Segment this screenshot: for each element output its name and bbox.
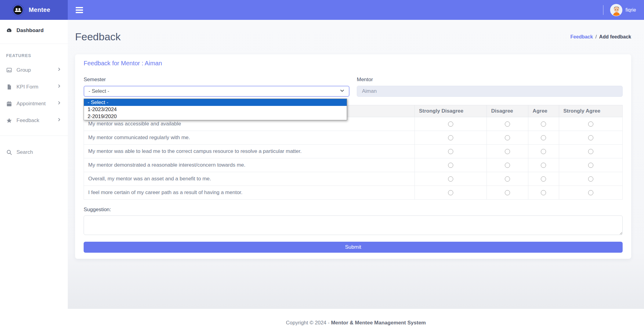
header-strongly-disagree: Strongly Disagree	[414, 105, 487, 117]
radio-disagree[interactable]	[505, 190, 510, 195]
question-cell: My mentor communicated regularly with me…	[84, 131, 415, 145]
sidebar: Dashboard FEATURES Group K	[0, 20, 68, 336]
radio-agree[interactable]	[541, 121, 546, 127]
header-disagree: Disagree	[487, 105, 528, 117]
question-cell: I feel more certain of my career path as…	[84, 186, 415, 200]
breadcrumb-separator: /	[595, 34, 597, 40]
mentee-logo-icon	[12, 4, 24, 16]
radio-disagree[interactable]	[505, 163, 510, 168]
radio-strongly-agree[interactable]	[588, 121, 593, 127]
footer-system-name: Mentor & Mentee Management System	[331, 320, 426, 326]
sidebar-item-dashboard[interactable]: Dashboard	[0, 24, 68, 37]
radio-agree[interactable]	[541, 190, 546, 195]
image-icon	[6, 67, 12, 73]
radio-disagree[interactable]	[505, 149, 510, 154]
radio-strongly-agree[interactable]	[588, 163, 593, 168]
question-cell: My mentor demonstrated a reasonable inte…	[84, 158, 415, 172]
radio-strongly-agree[interactable]	[588, 149, 593, 154]
radio-strongly-disagree[interactable]	[448, 121, 453, 127]
semester-field-group: Semester - Select - - Select - 1-2023/20…	[84, 77, 349, 97]
sidebar-divider	[0, 135, 68, 136]
sidebar-item-feedback[interactable]: Feedback	[0, 112, 68, 129]
card-title: Feedback for Mentor : Aiman	[84, 60, 623, 67]
breadcrumb-current: Add feedback	[599, 34, 631, 40]
sidebar-item-label: Feedback	[16, 117, 39, 124]
sidebar-item-label: Group	[16, 67, 31, 73]
chevron-right-icon	[57, 117, 62, 124]
dropdown-option-select[interactable]: - Select -	[84, 99, 347, 106]
semester-label: Semester	[84, 77, 349, 83]
semester-dropdown-list: - Select - 1-2023/2024 2-2019/2020	[84, 99, 347, 120]
semester-selected-value: - Select -	[89, 88, 109, 94]
header-agree: Agree	[528, 105, 559, 117]
radio-strongly-agree[interactable]	[588, 190, 593, 195]
sidebar-item-group[interactable]: Group	[0, 62, 68, 78]
table-row: My mentor was able to lead me to the cor…	[84, 145, 623, 158]
chevron-right-icon	[57, 100, 62, 107]
radio-strongly-disagree[interactable]	[448, 176, 453, 182]
radio-strongly-disagree[interactable]	[448, 149, 453, 154]
feedback-card: Feedback for Mentor : Aiman Semester - S…	[75, 54, 631, 259]
semester-select[interactable]: - Select -	[84, 86, 349, 97]
radio-disagree[interactable]	[505, 176, 510, 182]
mentor-label: Mentor	[357, 77, 623, 83]
content-area: Feedback Feedback / Add feedback Feedbac…	[68, 20, 644, 309]
brand-name: Mentee	[29, 6, 50, 13]
submit-button[interactable]: Submit	[84, 242, 623, 253]
sidebar-divider	[0, 44, 68, 44]
dashboard-gauge-icon	[6, 27, 12, 34]
table-row: My mentor demonstrated a reasonable inte…	[84, 158, 623, 172]
question-cell: My mentor was able to lead me to the cor…	[84, 145, 415, 158]
radio-strongly-disagree[interactable]	[448, 135, 453, 140]
sidebar-item-label: Search	[16, 149, 33, 155]
brand[interactable]: Mentee	[0, 0, 68, 20]
radio-agree[interactable]	[541, 163, 546, 168]
search-icon	[6, 149, 12, 155]
suggestion-textarea[interactable]	[84, 215, 623, 235]
sidebar-item-label: Dashboard	[16, 27, 44, 34]
star-icon	[6, 117, 12, 124]
radio-disagree[interactable]	[505, 135, 510, 140]
breadcrumb-link-feedback[interactable]: Feedback	[570, 34, 593, 40]
sidebar-item-search[interactable]: Search	[0, 144, 68, 161]
radio-strongly-agree[interactable]	[588, 135, 593, 140]
topbar: Mentee fiqrie	[0, 0, 644, 20]
page-title: Feedback	[75, 31, 121, 43]
question-cell: Overall, my mentor was an asset and a be…	[84, 172, 415, 186]
mentor-input	[357, 86, 623, 97]
calendar-icon	[6, 101, 12, 107]
radio-agree[interactable]	[541, 176, 546, 182]
breadcrumb: Feedback / Add feedback	[570, 34, 631, 40]
topbar-divider	[603, 5, 603, 15]
suggestion-label: Suggestion:	[84, 207, 623, 213]
sidebar-item-kpi-form[interactable]: KPI Form	[0, 78, 68, 95]
sidebar-item-label: KPI Form	[16, 84, 38, 90]
radio-strongly-agree[interactable]	[588, 176, 593, 182]
chevron-right-icon	[57, 67, 62, 73]
user-menu[interactable]: fiqrie	[610, 4, 636, 16]
chevron-down-icon	[340, 88, 345, 95]
sidebar-item-appointment[interactable]: Appointment	[0, 95, 68, 112]
chevron-right-icon	[57, 84, 62, 90]
sidebar-section-label: FEATURES	[0, 53, 68, 58]
dropdown-option-1-2023-2024[interactable]: 1-2023/2024	[84, 106, 347, 113]
dropdown-option-2-2019-2020[interactable]: 2-2019/2020	[84, 113, 347, 120]
file-icon	[6, 84, 12, 90]
topbar-main: fiqrie	[68, 0, 644, 20]
radio-agree[interactable]	[541, 149, 546, 154]
user-name: fiqrie	[625, 7, 636, 13]
mentor-field-group: Mentor	[357, 77, 623, 97]
header-strongly-agree: Strongly Agree	[559, 105, 622, 117]
table-row: Overall, my mentor was an asset and a be…	[84, 172, 623, 186]
radio-strongly-disagree[interactable]	[448, 163, 453, 168]
table-row: I feel more certain of my career path as…	[84, 186, 623, 200]
copyright-text: Copyright © 2024 -	[286, 320, 331, 326]
sidebar-item-label: Appointment	[16, 101, 45, 107]
radio-disagree[interactable]	[505, 121, 510, 127]
hamburger-menu-icon[interactable]	[76, 7, 83, 13]
radio-strongly-disagree[interactable]	[448, 190, 453, 195]
table-row: My mentor communicated regularly with me…	[84, 131, 623, 145]
footer: Copyright © 2024 - Mentor & Mentee Manag…	[68, 309, 644, 336]
avatar	[610, 4, 622, 16]
radio-agree[interactable]	[541, 135, 546, 140]
